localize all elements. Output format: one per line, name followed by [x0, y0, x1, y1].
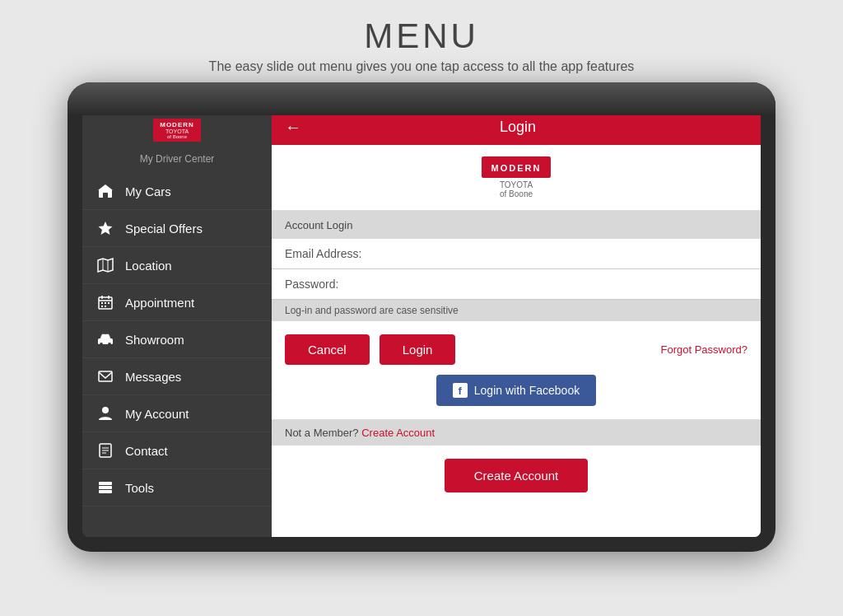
facebook-icon: f	[453, 383, 468, 398]
svg-rect-15	[105, 306, 106, 307]
sidebar-item-my-account[interactable]: My Account	[82, 395, 272, 432]
svg-rect-2	[103, 193, 108, 198]
svg-rect-19	[99, 371, 112, 381]
logo-boone: of Boone	[167, 134, 187, 139]
account-login-section: Account Login	[272, 211, 761, 239]
svg-point-17	[100, 343, 103, 346]
sidebar-item-my-cars[interactable]: My Cars	[82, 173, 272, 210]
password-field-row: Password:	[272, 269, 761, 300]
case-sensitive-note: Log-in and password are case sensitive	[272, 300, 761, 321]
sidebar-item-label-contact: Contact	[125, 444, 168, 458]
email-input[interactable]	[375, 247, 748, 260]
page-subtitle: The easy slide out menu gives you one ta…	[33, 59, 810, 74]
sidebar-item-label-my-account: My Account	[125, 407, 189, 421]
calendar-icon	[95, 292, 115, 312]
logo-area: MODERN TOYOTAof Boone	[272, 145, 761, 211]
svg-rect-27	[99, 490, 112, 493]
logo-badge: MODERN TOYOTA of Boone	[153, 119, 201, 142]
garage-icon	[95, 181, 115, 201]
logo-toyota: TOYOTA	[165, 128, 189, 134]
login-panel-title: Login	[314, 119, 721, 136]
login-button[interactable]: Login	[380, 334, 456, 365]
facebook-login-button[interactable]: f Login with Facebook	[436, 375, 596, 406]
svg-rect-14	[101, 306, 103, 307]
map-icon	[95, 255, 115, 275]
sidebar-item-label-tools: Tools	[125, 481, 154, 495]
svg-rect-13	[108, 302, 109, 304]
toyota-logo-badge: MODERN	[482, 156, 552, 178]
cancel-button[interactable]: Cancel	[285, 334, 370, 365]
sidebar: MODERN TOYOTA of Boone My Driver Center …	[82, 109, 272, 537]
case-note-text: Log-in and password are case sensitive	[285, 305, 459, 316]
account-login-label: Account Login	[285, 219, 352, 231]
svg-marker-1	[98, 184, 113, 190]
password-label: Password:	[285, 278, 375, 291]
logo-modern: MODERN	[160, 121, 194, 128]
toyota-logo-sub: TOYOTAof Boone	[500, 180, 533, 198]
svg-rect-26	[99, 486, 112, 489]
create-account-link[interactable]: Create Account	[361, 427, 435, 439]
toyota-logo-large: MODERN TOYOTAof Boone	[482, 156, 552, 198]
email-label: Email Address:	[285, 247, 375, 260]
email-field-row: Email Address:	[272, 239, 761, 269]
svg-marker-3	[99, 222, 113, 235]
create-account-button[interactable]: Create Account	[445, 459, 589, 492]
not-member-text: Not a Member?	[285, 427, 359, 439]
sidebar-item-label-special-offers: Special Offers	[125, 222, 203, 236]
tools-icon	[95, 478, 115, 497]
create-account-section: Create Account	[272, 446, 761, 506]
sidebar-item-appointment[interactable]: Appointment	[82, 284, 272, 321]
page-header: MENU The easy slide out menu gives you o…	[0, 0, 843, 82]
sidebar-item-label-my-cars: My Cars	[125, 184, 171, 198]
sidebar-item-label-appointment: Appointment	[125, 296, 194, 310]
svg-point-20	[102, 407, 109, 413]
toyota-logo-modern: MODERN	[491, 163, 542, 173]
facebook-button-label: Login with Facebook	[474, 384, 580, 397]
page-title: MENU	[33, 16, 810, 56]
sidebar-item-showroom[interactable]: Showroom	[82, 321, 272, 358]
contact-icon	[95, 441, 115, 460]
screen: MODERN TOYOTA of Boone My Driver Center …	[82, 109, 761, 537]
sidebar-item-label-messages: Messages	[125, 370, 181, 384]
sidebar-item-label-location: Location	[125, 259, 172, 273]
svg-rect-25	[99, 482, 112, 485]
tablet-frame: MODERN TOYOTA of Boone My Driver Center …	[68, 82, 775, 552]
sidebar-item-label-showroom: Showroom	[125, 333, 184, 347]
sidebar-item-messages[interactable]: Messages	[82, 358, 272, 395]
sidebar-item-contact[interactable]: Contact	[82, 432, 272, 469]
buttons-section: Cancel Login Forgot Password? f Login wi…	[272, 321, 761, 420]
back-button[interactable]: ←	[285, 118, 301, 137]
sidebar-item-location[interactable]: Location	[82, 247, 272, 284]
messages-icon	[95, 366, 115, 386]
forgot-password-link[interactable]: Forgot Password?	[661, 343, 748, 356]
svg-point-18	[108, 343, 111, 346]
sidebar-item-special-offers[interactable]: Special Offers	[82, 210, 272, 247]
svg-rect-12	[105, 302, 106, 304]
svg-marker-4	[98, 259, 113, 272]
user-icon	[95, 404, 115, 423]
main-content: ← Login MODERN TOYOTAof Boone Account L	[272, 109, 761, 537]
car-icon	[95, 329, 115, 349]
driver-center-label: My Driver Center	[82, 148, 272, 173]
star-icon	[95, 218, 115, 238]
password-input[interactable]	[375, 278, 748, 291]
sidebar-item-tools[interactable]: Tools	[82, 469, 272, 506]
svg-rect-11	[101, 302, 103, 304]
not-member-section: Not a Member? Create Account	[272, 420, 761, 446]
login-body: MODERN TOYOTAof Boone Account Login Emai…	[272, 145, 761, 537]
